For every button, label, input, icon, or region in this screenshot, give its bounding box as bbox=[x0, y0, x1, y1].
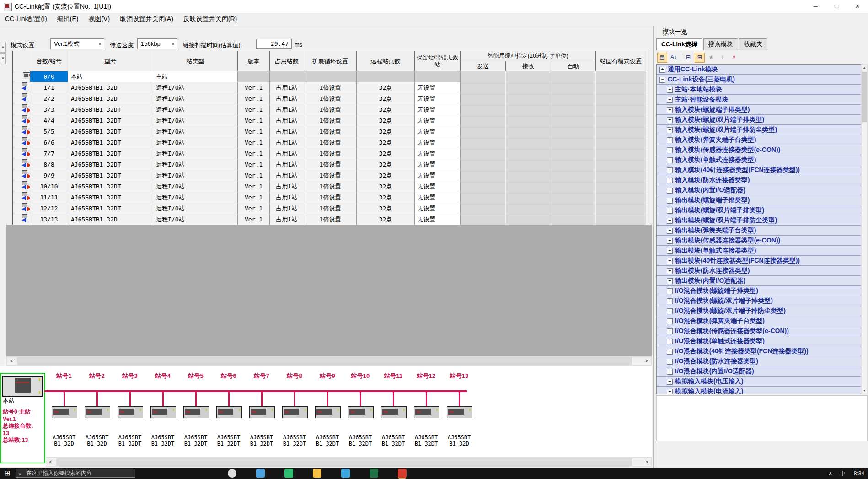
cell-receive[interactable] bbox=[506, 192, 551, 203]
cell-auto[interactable] bbox=[551, 192, 596, 203]
cell-auto[interactable] bbox=[551, 93, 596, 104]
cell-points[interactable]: 32点 bbox=[357, 192, 415, 203]
cell-reserve[interactable]: 无设置 bbox=[415, 203, 461, 214]
cell-mode[interactable] bbox=[596, 137, 646, 148]
scrollbar-thumb[interactable] bbox=[56, 458, 632, 466]
cell-version[interactable]: Ver.1 bbox=[238, 181, 270, 192]
expand-icon[interactable]: + bbox=[667, 349, 673, 355]
station-device-image[interactable] bbox=[85, 406, 110, 418]
cell-points[interactable]: 32点 bbox=[357, 82, 415, 93]
cell-reserve[interactable]: 无设置 bbox=[415, 115, 461, 126]
expand-icon[interactable]: + bbox=[667, 359, 673, 365]
tree-item[interactable]: +输出模块(内置I/O适配器) bbox=[657, 276, 861, 286]
tree-item[interactable]: +I/O混合模块(螺旋端子排类型) bbox=[657, 286, 861, 296]
cell-points[interactable]: 32点 bbox=[357, 93, 415, 104]
cell-send[interactable] bbox=[461, 214, 506, 225]
tree-item[interactable]: +输入模块(螺旋/双片端子排防尘类型) bbox=[657, 125, 861, 135]
cell-mode[interactable] bbox=[596, 82, 646, 93]
cell-version[interactable]: Ver.1 bbox=[238, 170, 270, 181]
collapse-icon[interactable]: − bbox=[659, 77, 665, 83]
cell-model[interactable]: AJ65SBTB1-32DT bbox=[68, 126, 153, 137]
cell-reserve[interactable]: 无设置 bbox=[415, 181, 461, 192]
tree-item[interactable]: +输出模块(40针连接器类型(FCN连接器类型)) bbox=[657, 256, 861, 266]
cell-icon[interactable] bbox=[13, 181, 30, 192]
cell-station-no[interactable]: 5/5 bbox=[30, 126, 68, 137]
tree-item[interactable]: +输出模块(单触式连接器类型) bbox=[657, 246, 861, 256]
scroll-up-icon[interactable]: ▲ bbox=[862, 65, 867, 71]
scroll-right-icon[interactable]: > bbox=[642, 458, 651, 466]
cell-reserve[interactable]: 无设置 bbox=[415, 126, 461, 137]
tree-item[interactable]: +输入模块(防水连接器类型) bbox=[657, 175, 861, 185]
module-image-icon[interactable]: ▤ bbox=[657, 53, 667, 63]
cell-occupied[interactable]: 占用1站 bbox=[270, 203, 304, 214]
cell-points[interactable]: 32点 bbox=[357, 214, 415, 225]
cell-auto[interactable] bbox=[551, 170, 596, 181]
cell-model[interactable]: AJ65SBTB1-32DT bbox=[68, 137, 153, 148]
cell-reserve[interactable]: 无设置 bbox=[415, 82, 461, 93]
expand-icon[interactable]: + bbox=[667, 147, 673, 153]
cell-receive[interactable] bbox=[506, 181, 551, 192]
cell-mode[interactable] bbox=[596, 203, 646, 214]
cell-station-no[interactable]: 8/8 bbox=[30, 159, 68, 170]
cell-icon[interactable] bbox=[13, 170, 30, 181]
cell-version[interactable]: Ver.1 bbox=[238, 137, 270, 148]
cell-station-type[interactable]: 远程I/O站 bbox=[153, 137, 238, 148]
scroll-right-icon[interactable]: > bbox=[642, 357, 651, 365]
cell-reserve[interactable]: 无设置 bbox=[415, 159, 461, 170]
scroll-left-icon[interactable]: < bbox=[46, 458, 55, 466]
app-blue-icon[interactable] bbox=[256, 469, 265, 478]
cell-mode[interactable] bbox=[596, 148, 646, 159]
expand-icon[interactable]: + bbox=[667, 157, 673, 163]
excel-icon[interactable] bbox=[370, 469, 378, 478]
cell-station-type[interactable]: 远程I/O站 bbox=[153, 82, 238, 93]
cell-model[interactable]: AJ65SBTB1-32DT bbox=[68, 159, 153, 170]
cell-model[interactable]: AJ65SBTB1-32D bbox=[68, 82, 153, 93]
expand-icon[interactable]: + bbox=[667, 208, 673, 214]
app-green-icon[interactable] bbox=[284, 469, 293, 478]
cell-cyclic[interactable]: 1倍设置 bbox=[304, 137, 357, 148]
cell-mode[interactable] bbox=[596, 126, 646, 137]
expand-icon[interactable]: + bbox=[667, 87, 673, 93]
cell-icon[interactable] bbox=[13, 126, 30, 137]
tree-item[interactable]: +输出模块(防水连接器类型) bbox=[657, 266, 861, 276]
cell-send[interactable] bbox=[461, 181, 506, 192]
tree-item[interactable]: +I/O混合模块(单触式连接器类型) bbox=[657, 336, 861, 346]
cell-icon[interactable] bbox=[13, 137, 30, 148]
station-device-image[interactable] bbox=[183, 406, 209, 418]
tree-vertical-scrollbar[interactable]: ▲ ▼ bbox=[861, 64, 868, 394]
tree-item[interactable]: +输出模块(螺旋端子排类型) bbox=[657, 195, 861, 205]
cell-auto[interactable] bbox=[551, 82, 596, 93]
show-desktop-button[interactable] bbox=[866, 468, 868, 479]
cell-send[interactable] bbox=[461, 137, 506, 148]
cell-auto[interactable] bbox=[551, 71, 596, 82]
cell-icon[interactable] bbox=[13, 104, 30, 115]
cell-send[interactable] bbox=[461, 170, 506, 181]
cell-icon[interactable] bbox=[13, 115, 30, 126]
cell-station-no[interactable]: 1/1 bbox=[30, 82, 68, 93]
favorite-star-icon[interactable]: ★ bbox=[706, 53, 716, 63]
cell-cyclic[interactable]: 1倍设置 bbox=[304, 214, 357, 225]
edge-browser-icon[interactable] bbox=[341, 469, 350, 478]
cell-occupied[interactable]: 占用1站 bbox=[270, 137, 304, 148]
cell-receive[interactable] bbox=[506, 148, 551, 159]
cell-send[interactable] bbox=[461, 104, 506, 115]
cell-cyclic[interactable]: 1倍设置 bbox=[304, 82, 357, 93]
cell-station-no[interactable]: 12/12 bbox=[30, 203, 68, 214]
cell-receive[interactable] bbox=[506, 203, 551, 214]
cell-receive[interactable] bbox=[506, 159, 551, 170]
cell-version[interactable] bbox=[238, 71, 270, 82]
menu-item-1[interactable]: 编辑(E) bbox=[52, 13, 84, 26]
cell-model[interactable]: AJ65SBTB1-32DT bbox=[68, 192, 153, 203]
collapse-all-icon[interactable]: ⊟ bbox=[683, 53, 693, 63]
station-device-image[interactable] bbox=[52, 406, 77, 418]
cell-auto[interactable] bbox=[551, 126, 596, 137]
cell-icon[interactable] bbox=[13, 159, 30, 170]
station-device-image[interactable] bbox=[348, 406, 374, 418]
diagram-horizontal-scrollbar[interactable]: < > bbox=[46, 457, 652, 467]
cell-mode[interactable] bbox=[596, 192, 646, 203]
cell-reserve[interactable]: 无设置 bbox=[415, 170, 461, 181]
cell-version[interactable]: Ver.1 bbox=[238, 148, 270, 159]
cell-send[interactable] bbox=[461, 159, 506, 170]
cell-station-no[interactable]: 3/3 bbox=[30, 104, 68, 115]
tab-收藏夹[interactable]: 收藏夹 bbox=[739, 38, 768, 50]
